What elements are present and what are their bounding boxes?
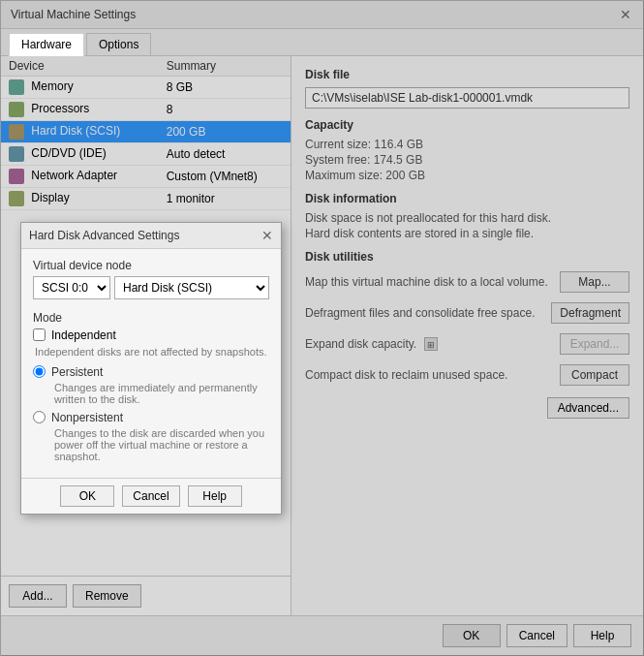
nonpersistent-radio[interactable]: [33, 411, 46, 423]
independent-label: Independent: [51, 328, 116, 342]
dialog-footer: OK Cancel Help: [21, 478, 281, 514]
mode-label: Mode: [33, 311, 269, 325]
persistent-radio-row: Persistent: [33, 365, 269, 379]
nonpersistent-label: Nonpersistent: [51, 411, 123, 424]
independent-hint: Independent disks are not affected by sn…: [33, 346, 269, 358]
dialog-cancel-button[interactable]: Cancel: [122, 485, 179, 507]
tab-hardware[interactable]: Hardware: [9, 33, 84, 56]
persistent-hint: Changes are immediately and permanently …: [54, 382, 269, 405]
node-select-1[interactable]: SCSI 0:0: [33, 276, 110, 299]
nonpersistent-hint: Changes to the disk are discarded when y…: [54, 427, 269, 462]
persistent-label: Persistent: [51, 365, 103, 379]
virtual-node-label: Virtual device node: [33, 259, 269, 272]
persistent-radio[interactable]: [33, 365, 46, 378]
advanced-settings-dialog: Hard Disk Advanced Settings ✕ Virtual de…: [20, 222, 282, 515]
independent-checkbox-row: Independent: [33, 328, 269, 342]
independent-checkbox[interactable]: [33, 328, 46, 341]
dialog-help-button[interactable]: Help: [188, 485, 242, 507]
dialog-title: Hard Disk Advanced Settings: [29, 229, 179, 242]
nonpersistent-radio-row: Nonpersistent: [33, 411, 269, 424]
virtual-node-row: SCSI 0:0 Hard Disk (SCSI): [33, 276, 269, 299]
dialog-close-button[interactable]: ✕: [261, 228, 273, 243]
dialog-overlay: Hard Disk Advanced Settings ✕ Virtual de…: [1, 1, 644, 656]
dialog-title-bar: Hard Disk Advanced Settings ✕: [21, 223, 281, 249]
node-select-2[interactable]: Hard Disk (SCSI): [114, 276, 269, 299]
dialog-content: Virtual device node SCSI 0:0 Hard Disk (…: [21, 249, 281, 478]
dialog-ok-button[interactable]: OK: [60, 485, 114, 507]
